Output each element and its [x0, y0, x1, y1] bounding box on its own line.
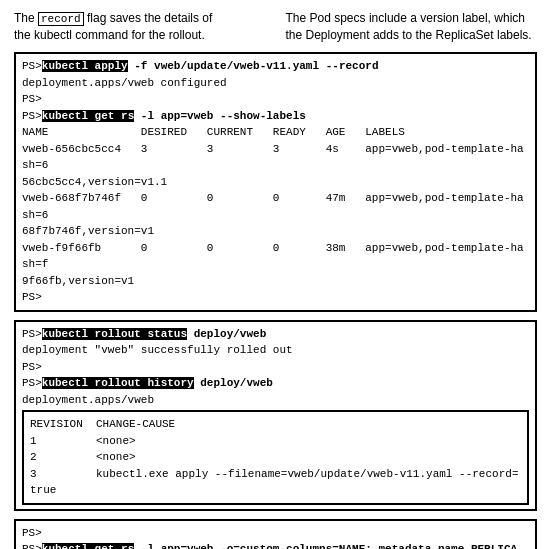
- cmd-get-rs-args: -l app=vweb --show-labels: [134, 110, 306, 122]
- cmd-apply-args: -f vweb/update/vweb-v11.yaml --record: [128, 60, 379, 72]
- prompt-5: PS>: [22, 328, 42, 340]
- revision-row-3: 3 kubectl.exe apply --filename=vweb/upda…: [30, 468, 518, 497]
- cmd-rollout-history-args: deploy/vweb: [194, 377, 273, 389]
- rs-row-2: vweb-668f7b746f 0 0 0 47m app=vweb,pod-t…: [22, 192, 524, 221]
- cmd-kubectl-apply: kubectl apply: [42, 60, 128, 72]
- prompt-7: PS>: [22, 377, 42, 389]
- rs-row-1b: 56cbc5cc4,version=v1.1: [22, 176, 167, 188]
- revision-header: REVISION CHANGE-CAUSE: [30, 418, 175, 430]
- prompt-6: PS>: [22, 361, 42, 373]
- cmd-rollout-history: kubectl rollout history: [42, 377, 194, 389]
- cmd-rollout-status-args: deploy/vweb: [187, 328, 266, 340]
- terminal-block-2: PS>kubectl rollout status deploy/vweb de…: [14, 320, 537, 511]
- rs-row-3b: 9f66fb,version=v1: [22, 275, 134, 287]
- terminal-block-1: PS>kubectl apply -f vweb/update/vweb-v11…: [14, 52, 537, 312]
- top-annotation-left: The record flag saves the details of the…: [14, 10, 266, 44]
- top-annotation-right: The Pod specs include a version label, w…: [286, 10, 538, 44]
- revision-table: REVISION CHANGE-CAUSE 1 <none> 2 <none> …: [22, 410, 529, 505]
- top-annotations: The record flag saves the details of the…: [14, 10, 537, 44]
- rs-row-2b: 68f7b746f,version=v1: [22, 225, 154, 237]
- prompt-4: PS>: [22, 291, 42, 303]
- cmd-rollout-status: kubectl rollout status: [42, 328, 187, 340]
- cmd-kubectl-get-rs-2: kubectl get rs: [42, 543, 134, 549]
- output-rolled-out: deployment "vweb" successfully rolled ou…: [22, 344, 293, 356]
- rs-header: NAME DESIRED CURRENT READY AGE LABELS: [22, 126, 405, 138]
- record-code-1: record: [38, 12, 84, 26]
- revision-row-1: 1 <none>: [30, 435, 136, 447]
- prompt-9: PS>: [22, 543, 42, 549]
- rs-row-3: vweb-f9f66fb 0 0 0 38m app=vweb,pod-temp…: [22, 242, 524, 271]
- revision-row-2: 2 <none>: [30, 451, 136, 463]
- prompt-2: PS>: [22, 93, 42, 105]
- prompt-3: PS>: [22, 110, 42, 122]
- terminal-block-3: PS> PS>kubectl get rs -l app=vweb -o=cus…: [14, 519, 537, 549]
- output-configured: deployment.apps/vweb configured: [22, 77, 227, 89]
- cmd-kubectl-get-rs: kubectl get rs: [42, 110, 134, 122]
- prompt-1: PS>: [22, 60, 42, 72]
- output-deployment-apps: deployment.apps/vweb: [22, 394, 154, 406]
- prompt-8: PS>: [22, 527, 42, 539]
- rs-row-1: vweb-656cbc5cc4 3 3 3 4s app=vweb,pod-te…: [22, 143, 524, 172]
